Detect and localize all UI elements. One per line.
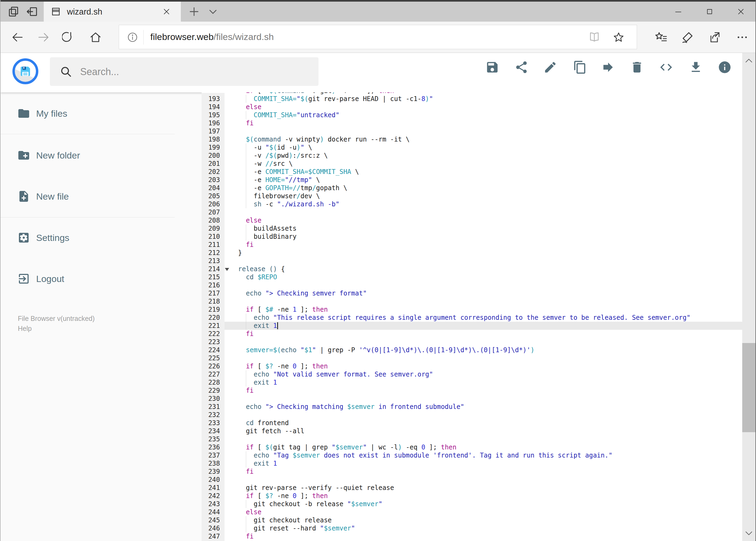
code-line-245[interactable]: 245 git checkout release — [202, 516, 742, 524]
code-line-209[interactable]: 209 buildAssets — [202, 225, 742, 233]
code-line-203[interactable]: 203 -e HOME="//tmp" \ — [202, 176, 742, 184]
code-line-236[interactable]: 236 if [ $(git tag | grep "$semver" | wc… — [202, 443, 742, 451]
code-line-222[interactable]: 222 fi — [202, 330, 742, 338]
save-button[interactable] — [485, 60, 499, 74]
code-line-195[interactable]: 195 COMMIT_SHA="untracked" — [202, 111, 742, 119]
code-line-230[interactable]: 230 — [202, 395, 742, 403]
code-line-234[interactable]: 234 git fetch --all — [202, 427, 742, 435]
code-line-239[interactable]: 239 fi — [202, 467, 742, 476]
code-line-193[interactable]: 193 COMMIT_SHA="$(git rev-parse HEAD | c… — [202, 95, 742, 103]
code-line-212[interactable]: 212} — [202, 249, 742, 257]
code-line-242[interactable]: 242 if [ $? -ne 0 ]; then — [202, 492, 742, 500]
code-line-210[interactable]: 210 buildBinary — [202, 233, 742, 241]
home-icon[interactable] — [89, 31, 102, 44]
move-button[interactable] — [601, 60, 615, 74]
code-line-201[interactable]: 201 -w //src \ — [202, 160, 742, 168]
forward-icon[interactable] — [37, 31, 50, 44]
maximize-icon[interactable] — [705, 8, 714, 16]
code-line-215[interactable]: 215 cd $REPO — [202, 273, 742, 281]
search-input[interactable] — [80, 57, 307, 86]
code-line-228[interactable]: 228 exit 1 — [202, 378, 742, 386]
code-line-247[interactable]: 247 fi — [202, 532, 742, 540]
code-line-225[interactable]: 225 — [202, 354, 742, 362]
favorite-star-icon[interactable] — [613, 31, 625, 44]
code-line-218[interactable]: 218 — [202, 297, 742, 305]
code-line-196[interactable]: 196 fi — [202, 119, 742, 127]
browser-tab[interactable]: wizard.sh — [44, 2, 181, 22]
favorites-hub-icon[interactable] — [655, 31, 668, 44]
code-line-202[interactable]: 202 -e COMMIT_SHA=$COMMIT_SHA \ — [202, 168, 742, 176]
code-line-238[interactable]: 238 exit 1 — [202, 459, 742, 467]
scrollbar-thumb[interactable] — [742, 343, 755, 432]
code-line-226[interactable]: 226 if [ $? -ne 0 ]; then — [202, 362, 742, 370]
code-line-240[interactable]: 240 — [202, 476, 742, 484]
set-tabs-aside-icon[interactable] — [26, 5, 38, 18]
code-line-243[interactable]: 243 git checkout -b release "$semver" — [202, 500, 742, 508]
code-line-224[interactable]: 224 semver=$(echo "$1" | grep -P '^v(0|[… — [202, 346, 742, 354]
sidebar-item-logout[interactable]: Logout — [1, 267, 175, 290]
back-icon[interactable] — [11, 31, 24, 44]
code-line-208[interactable]: 208 else — [202, 216, 742, 225]
edit-button[interactable] — [543, 60, 557, 74]
minimize-icon[interactable] — [674, 8, 682, 16]
fold-marker-icon[interactable] — [225, 268, 229, 271]
code-editor[interactable]: if [ "$(command -v git)" != "" ]; then19… — [202, 92, 742, 541]
code-line-214[interactable]: 214release () { — [202, 265, 742, 273]
vertical-scrollbar[interactable] — [742, 53, 755, 541]
code-line-232[interactable]: 232 — [202, 411, 742, 419]
code-line-192[interactable]: if [ "$(command -v git)" != "" ]; then — [202, 92, 742, 95]
code-line-221[interactable]: 221 exit 1 — [202, 322, 742, 330]
more-options-icon[interactable] — [736, 31, 749, 44]
annotate-pen-icon[interactable] — [681, 31, 694, 44]
code-line-205[interactable]: 205 filebrowser/dev \ — [202, 192, 742, 200]
tab-close-icon[interactable] — [162, 8, 170, 16]
search-box[interactable] — [50, 57, 319, 86]
help-link[interactable]: Help — [18, 325, 32, 332]
close-icon[interactable] — [737, 8, 745, 16]
code-line-213[interactable]: 213 — [202, 257, 742, 265]
code-line-235[interactable]: 235 — [202, 435, 742, 443]
code-line-211[interactable]: 211 fi — [202, 241, 742, 249]
reading-view-icon[interactable] — [588, 31, 601, 44]
new-tab-icon[interactable] — [188, 5, 200, 18]
code-line-216[interactable]: 216 — [202, 281, 742, 289]
tab-list-chevron-icon[interactable] — [207, 5, 219, 18]
site-info-icon[interactable] — [126, 31, 138, 43]
address-bar[interactable]: filebrowser.web/files/wizard.sh — [119, 25, 637, 49]
copy-button[interactable] — [573, 60, 587, 74]
sidebar-item-my-files[interactable]: My files — [1, 102, 175, 125]
code-line-223[interactable]: 223 — [202, 338, 742, 346]
sidebar-item-new-file[interactable]: New file — [1, 185, 175, 208]
view-source-button[interactable] — [659, 60, 673, 74]
code-line-246[interactable]: 246 git reset --hard "$semver" — [202, 524, 742, 532]
info-button[interactable] — [718, 60, 732, 74]
code-line-199[interactable]: 199 -u "$(id -u)" \ — [202, 144, 742, 152]
refresh-icon[interactable] — [62, 31, 75, 44]
code-line-198[interactable]: 198 $(command -v winpty) docker run --rm… — [202, 135, 742, 144]
code-line-237[interactable]: 237 echo "Tag $semver does not exist in … — [202, 451, 742, 459]
code-line-233[interactable]: 233 cd frontend — [202, 419, 742, 427]
scroll-down-icon[interactable] — [744, 529, 753, 538]
code-line-197[interactable]: 197 — [202, 127, 742, 135]
tab-preview-icon[interactable] — [8, 5, 20, 18]
code-line-227[interactable]: 227 echo "Not valid semver format. See s… — [202, 370, 742, 378]
code-line-194[interactable]: 194 else — [202, 103, 742, 111]
download-button[interactable] — [689, 60, 703, 74]
sidebar-item-settings[interactable]: Settings — [1, 226, 175, 249]
filebrowser-logo[interactable] — [12, 58, 38, 84]
code-line-207[interactable]: 207 — [202, 208, 742, 216]
code-line-244[interactable]: 244 else — [202, 508, 742, 516]
share-icon[interactable] — [708, 31, 721, 44]
code-line-219[interactable]: 219 if [ $# -ne 1 ]; then — [202, 305, 742, 313]
code-line-220[interactable]: 220 echo "This release script requires a… — [202, 313, 742, 322]
delete-button[interactable] — [630, 60, 644, 74]
code-line-200[interactable]: 200 -v /$(pwd):/src:z \ — [202, 152, 742, 160]
share-file-button[interactable] — [514, 60, 529, 74]
code-line-204[interactable]: 204 -e GOPATH=//tmp/gopath \ — [202, 184, 742, 192]
code-line-231[interactable]: 231 echo "> Checking matching $semver in… — [202, 403, 742, 411]
code-line-229[interactable]: 229 fi — [202, 386, 742, 395]
code-line-241[interactable]: 241 git rev-parse --verify --quiet relea… — [202, 484, 742, 492]
scroll-up-icon[interactable] — [744, 56, 753, 65]
code-line-206[interactable]: 206 sh -c "./wizard.sh -b" — [202, 200, 742, 208]
sidebar-item-new-folder[interactable]: New folder — [1, 144, 175, 167]
